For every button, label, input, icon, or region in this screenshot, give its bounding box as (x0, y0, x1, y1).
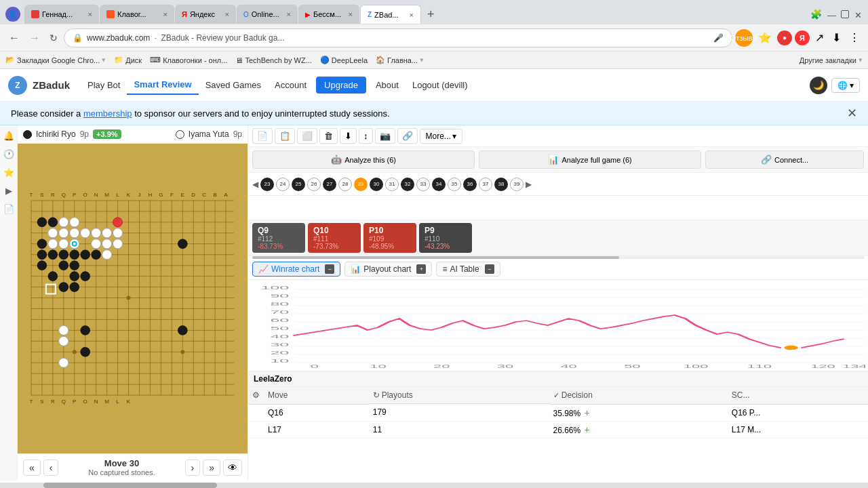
tool-camera-btn[interactable]: 📷 (375, 128, 395, 144)
mic-icon[interactable]: 🎤 (713, 33, 724, 43)
move-chip-35[interactable]: 35 (448, 178, 461, 191)
tool-file-btn[interactable]: 📄 (252, 128, 273, 144)
move-card-q10[interactable]: Q10 #111 -73.73% (308, 223, 361, 253)
feedback-icon[interactable]: Отзывы (735, 29, 753, 47)
tab-genad[interactable]: Геннад... × (24, 5, 99, 24)
move-chip-32[interactable]: 32 (401, 178, 414, 191)
move-chip-29[interactable]: 29 (354, 178, 368, 191)
move-chip-36[interactable]: 36 (463, 178, 477, 191)
move-chip-34[interactable]: 34 (432, 178, 446, 191)
bookmark-klavogonki[interactable]: ⌨Клавогонки - онл... (150, 56, 227, 64)
tab-bessm[interactable]: ▶ Бессм... × (298, 5, 359, 24)
move-card-p9[interactable]: P9 #110 -43.23% (419, 223, 472, 253)
move-chip-37[interactable]: 37 (479, 178, 492, 191)
nav-account[interactable]: Account (268, 76, 313, 94)
winrate-toggle[interactable]: − (325, 264, 334, 274)
move-chip-30[interactable]: 30 (370, 178, 383, 191)
sidebar-play-icon[interactable]: ▶ (5, 186, 12, 196)
new-tab-button[interactable]: + (423, 7, 439, 22)
bookmark-others[interactable]: Другие закладки▾ (800, 56, 863, 64)
slider-left[interactable]: ◀ (252, 180, 258, 189)
bookmark-deepleela[interactable]: 🔵DeepLeela (320, 56, 368, 64)
close-button[interactable]: ✕ (854, 10, 863, 18)
move-chip-25[interactable]: 25 (292, 178, 305, 191)
nav-about[interactable]: About (369, 76, 406, 94)
col-playouts[interactable]: ↻ Playouts (369, 387, 549, 404)
tab-online[interactable]: O Online... × (237, 5, 298, 24)
analyze-full-button[interactable]: 📊 Analyze full game (6) (479, 150, 701, 169)
tab-yandex[interactable]: Я Яндекс × (175, 5, 236, 24)
move-chip-39[interactable]: 39 (510, 178, 524, 191)
bookmark-techbench[interactable]: 🖥TechBench by WZ... (235, 56, 311, 64)
last-move-button[interactable]: » (203, 460, 220, 476)
playout-chart-tab[interactable]: 📊 Playout chart + (344, 262, 432, 277)
analyze-this-button[interactable]: 🤖 Analyze this (6) (252, 150, 475, 169)
eye-button[interactable]: 👁 (223, 460, 242, 476)
tab-klavog[interactable]: Клавог... × (100, 5, 174, 24)
move-card-p10[interactable]: P10 #109 -48.95% (363, 223, 416, 253)
tool-square-btn[interactable]: ⬜ (297, 128, 317, 144)
tool-download-btn[interactable]: ⬇ (340, 128, 357, 144)
ai-table-toggle[interactable]: − (485, 264, 494, 274)
tab-zbaduk[interactable]: Z ZBad... × (360, 5, 421, 24)
winrate-chart-tab[interactable]: 📈 Winrate chart − (252, 262, 340, 277)
sidebar-doc-icon[interactable]: 📄 (3, 204, 14, 214)
ai-table-tab[interactable]: ≡ AI Table − (436, 262, 500, 277)
history-icon[interactable]: ● (777, 30, 792, 45)
forward-button[interactable]: → (26, 30, 43, 46)
move-chip-27[interactable]: 27 (323, 178, 336, 191)
sidebar-bell-icon[interactable]: 🔔 (3, 131, 14, 141)
move-chip-28[interactable]: 28 (338, 178, 352, 191)
sidebar-clock-icon[interactable]: 🕐 (3, 149, 14, 159)
playout-toggle[interactable]: + (416, 264, 426, 274)
sidebar-star-icon[interactable]: ⭐ (3, 167, 14, 178)
move-chip-26[interactable]: 26 (307, 178, 321, 191)
move-chip-33[interactable]: 33 (416, 178, 430, 191)
table-container[interactable]: ⚙ Move ↻ Playouts ✓ Decision SC... Q16 (248, 387, 868, 481)
theme-toggle[interactable]: 🌙 (810, 77, 827, 94)
horizontal-scrollbar[interactable] (0, 483, 868, 488)
nav-smart-review[interactable]: Smart Review (127, 75, 198, 95)
refresh-button[interactable]: ↻ (46, 30, 61, 45)
move-chip-23[interactable]: 23 (260, 178, 274, 191)
move-card-q9[interactable]: Q9 #112 -83.73% (252, 223, 305, 253)
prev-move-button[interactable]: ‹ (43, 460, 59, 476)
tool-upload-btn[interactable]: ↕ (359, 128, 373, 144)
yandex-icon[interactable]: Я (795, 30, 810, 45)
col-move[interactable]: Move (264, 387, 369, 404)
download-icon[interactable]: ⬇ (829, 30, 844, 45)
tool-copy-btn[interactable]: 📋 (275, 128, 295, 144)
slider-right[interactable]: ▶ (526, 180, 532, 189)
move-chip-31[interactable]: 31 (385, 178, 399, 191)
address-bar[interactable]: 🔒 www.zbaduk.com - ZBaduk - Review your … (64, 28, 732, 47)
col-decision[interactable]: ✓ Decision (549, 387, 728, 404)
tool-delete-btn[interactable]: 🗑 (319, 128, 338, 144)
tool-link-btn[interactable]: 🔗 (397, 128, 418, 144)
extensions-icon[interactable]: 🧩 (810, 9, 822, 20)
go-board[interactable]: TSR QPO NML KJH GFE DCB A (18, 144, 248, 453)
upgrade-button[interactable]: Upgrade (316, 77, 366, 94)
first-move-button[interactable]: « (23, 460, 41, 476)
bookmark-glavnaya[interactable]: 🏠Главна...▾ (376, 56, 424, 64)
bookmark-disk[interactable]: 📁Диск (114, 56, 142, 64)
minimize-button[interactable]: — (827, 10, 835, 18)
membership-link[interactable]: membership (83, 108, 132, 119)
nav-saved-games[interactable]: Saved Games (199, 76, 268, 94)
table-row[interactable]: Q16 179 35.98% + Q16 P... (248, 404, 868, 421)
bookmark-gchrome[interactable]: 📂Закладки Google Chro...▾ (5, 56, 106, 64)
bookmark-icon[interactable]: ⭐ (755, 30, 774, 45)
table-row[interactable]: L17 11 26.66% + L17 M... (248, 421, 868, 438)
move-chip-24[interactable]: 24 (276, 178, 290, 191)
nav-logout[interactable]: Logout (devill) (406, 76, 475, 94)
banner-close-button[interactable]: ✕ (847, 107, 857, 119)
maximize-button[interactable] (841, 10, 849, 18)
next-move-button[interactable]: › (185, 460, 201, 476)
menu-icon[interactable]: ⋮ (846, 30, 863, 45)
back-button[interactable]: ← (5, 30, 23, 46)
move-chip-38[interactable]: 38 (494, 178, 508, 191)
more-button[interactable]: More... ▾ (420, 129, 462, 144)
col-sc[interactable]: SC... (728, 387, 868, 404)
connect-button[interactable]: 🔗 Connect... (705, 150, 864, 169)
language-button[interactable]: 🌐 ▾ (831, 78, 860, 93)
nav-play-bot[interactable]: Play Bot (81, 76, 127, 94)
